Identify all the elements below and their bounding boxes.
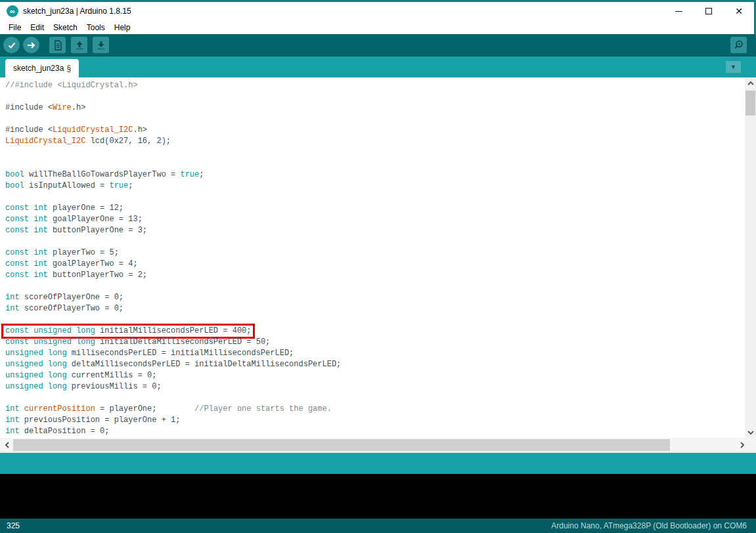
code-line (5, 147, 745, 158)
code-line: int scoreOfPlayerTwo = 0; (5, 303, 745, 314)
horizontal-scrollbar[interactable] (0, 438, 756, 453)
tab-modified-marker: § (66, 64, 71, 73)
code-line: bool isInputAllowed = true; (5, 181, 745, 192)
save-sketch-button[interactable] (93, 37, 109, 53)
arduino-logo-icon: ∞ (7, 5, 18, 17)
close-icon: ✕ (735, 7, 743, 16)
up-arrow-icon (74, 40, 85, 51)
code-line: unsigned long currentMillis = 0; (5, 370, 745, 381)
highlighted-code-line: const unsigned long initialMillisecondsP… (3, 326, 253, 337)
code-line: const int goalPlayerOne = 13; (5, 214, 745, 225)
chevron-up-icon (747, 81, 754, 85)
vertical-scroll-thumb[interactable] (745, 91, 755, 116)
menu-bar: File Edit Sketch Tools Help (0, 20, 756, 34)
scroll-up-button[interactable] (745, 77, 756, 89)
tab-label: sketch_jun23a (13, 64, 64, 73)
horizontal-scroll-thumb[interactable] (13, 439, 670, 451)
code-line (5, 91, 745, 102)
status-bar: 325 Arduino Nano, ATmega328P (Old Bootlo… (0, 519, 756, 533)
code-line: unsigned long deltaMillisecondsPerLED = … (5, 359, 745, 370)
chevron-left-icon (5, 442, 9, 448)
menu-tools[interactable]: Tools (82, 22, 110, 33)
code-area[interactable]: //#include <LiquidCrystal.h> #include <W… (0, 77, 745, 438)
status-notice-strip (0, 453, 756, 474)
menu-sketch[interactable]: Sketch (49, 22, 82, 33)
line-number: 325 (7, 521, 20, 530)
code-line: const int playerTwo = 5; (5, 247, 745, 259)
code-line: #include <Wire.h> (5, 102, 745, 114)
code-line: const int goalPlayerTwo = 4; (5, 259, 745, 270)
code-line (5, 314, 745, 326)
minimize-icon (675, 11, 682, 12)
code-line (5, 114, 745, 125)
code-line (5, 236, 745, 247)
tab-list-dropdown-button[interactable]: ▼ (726, 61, 741, 73)
right-arrow-icon (26, 39, 37, 51)
arduino-ide-window: ∞ sketch_jun23a | Arduino 1.8.15 ✕ File … (0, 0, 756, 533)
code-line (5, 281, 745, 292)
tab-sketch-jun23a[interactable]: sketch_jun23a § (5, 59, 79, 77)
menu-help[interactable]: Help (110, 22, 135, 33)
maximize-button[interactable] (694, 2, 724, 20)
code-line: const unsigned long initialMillisecondsP… (5, 326, 745, 337)
close-button[interactable]: ✕ (724, 2, 754, 20)
scroll-left-button[interactable] (1, 439, 13, 451)
board-info: Arduino Nano, ATmega328P (Old Bootloader… (551, 521, 747, 530)
code-line: const int buttonPlayerTwo = 2; (5, 270, 745, 281)
vertical-scrollbar[interactable] (745, 77, 756, 438)
scroll-down-button[interactable] (745, 427, 756, 438)
magnifier-icon (733, 39, 744, 51)
code-line (5, 393, 745, 404)
code-line: int scoreOfPlayerOne = 0; (5, 292, 745, 303)
check-icon (6, 39, 18, 51)
toolbar (0, 34, 756, 56)
title-bar: ∞ sketch_jun23a | Arduino 1.8.15 ✕ (0, 2, 756, 20)
chevron-right-icon (740, 442, 744, 448)
open-sketch-button[interactable] (71, 37, 87, 53)
console-output[interactable] (0, 474, 756, 519)
code-line: unsigned long previousMillis = 0; (5, 381, 745, 393)
code-line: unsigned long millisecondsPerLED = initi… (5, 348, 745, 359)
window-controls: ✕ (663, 2, 754, 20)
code-line: const int playerOne = 12; (5, 203, 745, 214)
scroll-right-button[interactable] (736, 439, 748, 451)
maximize-icon (705, 8, 712, 14)
code-line (5, 192, 745, 203)
document-icon (53, 40, 63, 51)
code-line: int deltaPosition = 0; (5, 426, 745, 437)
code-line: const int buttonPlayerOne = 3; (5, 225, 745, 236)
menu-edit[interactable]: Edit (26, 22, 49, 33)
tab-bar: sketch_jun23a § ▼ (0, 56, 756, 77)
upload-button[interactable] (23, 37, 39, 53)
chevron-down-icon: ▼ (730, 64, 736, 70)
verify-button[interactable] (3, 37, 20, 53)
code-line: //#include <LiquidCrystal.h> (5, 80, 745, 91)
minimize-button[interactable] (663, 2, 694, 20)
code-line: int currentPosition = playerOne; //Playe… (5, 404, 745, 415)
code-line: const unsigned long initialDeltaMillisec… (5, 337, 745, 348)
menu-file[interactable]: File (4, 22, 26, 33)
chevron-down-icon (747, 431, 754, 435)
code-line: LiquidCrystal_I2C lcd(0x27, 16, 2); (5, 136, 745, 147)
down-arrow-icon (96, 40, 106, 51)
serial-monitor-button[interactable] (730, 37, 747, 53)
code-line: int previousPosition = playerOne + 1; (5, 415, 745, 426)
code-line: bool willTheBallGoTowardsPlayerTwo = tru… (5, 169, 745, 181)
window-title: sketch_jun23a | Arduino 1.8.15 (23, 7, 131, 16)
code-line: #include <LiquidCrystal_I2C.h> (5, 125, 745, 136)
code-line (5, 158, 745, 169)
new-sketch-button[interactable] (49, 37, 66, 53)
